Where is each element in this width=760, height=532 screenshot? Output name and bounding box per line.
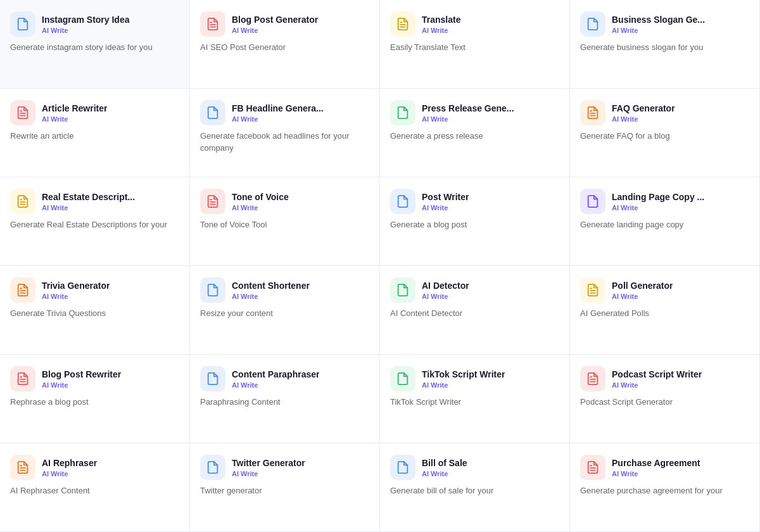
tool-icon — [200, 366, 225, 391]
tool-icon — [390, 277, 415, 303]
card-badge: AI Write — [42, 115, 107, 123]
card-title: FAQ Generator — [612, 103, 675, 114]
tool-card[interactable]: TikTok Script Writer AI Write TikTok Scr… — [380, 355, 570, 443]
card-header: Trivia Generator AI Write — [10, 277, 179, 303]
tool-card[interactable]: Trivia Generator AI Write Generate Trivi… — [0, 266, 190, 355]
tool-card[interactable]: FAQ Generator AI Write Generate FAQ for … — [570, 89, 760, 177]
card-badge: AI Write — [612, 27, 705, 34]
card-header: FAQ Generator AI Write — [580, 100, 749, 125]
tool-icon — [580, 100, 605, 125]
card-title: Bill of Sale — [422, 457, 467, 469]
card-badge: AI Write — [612, 204, 704, 212]
tool-card[interactable]: AI Detector AI Write AI Content Detector — [380, 266, 570, 355]
card-title: Article Rewriter — [42, 103, 107, 114]
tool-card[interactable]: Blog Post Generator AI Write AI SEO Post… — [190, 0, 380, 89]
card-title: Tone of Voice — [232, 191, 289, 203]
card-meta: Tone of Voice AI Write — [232, 191, 289, 212]
tool-card[interactable]: Landing Page Copy ... AI Write Generate … — [570, 177, 760, 266]
card-meta: Translate AI Write — [422, 14, 460, 34]
card-badge: AI Write — [42, 381, 121, 389]
card-badge: AI Write — [42, 293, 110, 300]
card-title: AI Rephraser — [42, 457, 97, 469]
card-badge: AI Write — [612, 470, 700, 478]
card-desc: Paraphrasing Content — [200, 396, 369, 408]
tool-card[interactable]: Post Writer AI Write Generate a blog pos… — [380, 177, 570, 266]
tool-icon — [10, 277, 35, 303]
card-desc: AI Generated Polls — [580, 308, 749, 320]
tool-card[interactable]: Twitter Generator AI Write Twitter gener… — [190, 443, 380, 532]
card-desc: Generate facebook ad headlines for your … — [200, 130, 369, 155]
card-title: Translate — [422, 14, 460, 25]
card-meta: TikTok Script Writer AI Write — [422, 369, 505, 389]
card-title: TikTok Script Writer — [422, 369, 505, 380]
card-badge: AI Write — [232, 115, 324, 123]
tool-card[interactable]: Bill of Sale AI Write Generate bill of s… — [380, 443, 570, 532]
tool-card[interactable]: Instagram Story Idea AI Write Generate i… — [0, 0, 190, 89]
card-meta: AI Rephraser AI Write — [42, 457, 97, 478]
tool-icon — [390, 100, 415, 125]
card-meta: Blog Post Rewriter AI Write — [42, 369, 121, 389]
card-badge: AI Write — [42, 470, 97, 478]
card-header: AI Rephraser AI Write — [10, 455, 179, 480]
tool-card[interactable]: Real Estate Descript... AI Write Generat… — [0, 177, 190, 266]
card-desc: Resize your content — [200, 308, 369, 320]
card-badge: AI Write — [612, 115, 675, 123]
tool-card[interactable]: Article Rewriter AI Write Rewrite an art… — [0, 89, 190, 177]
card-badge: AI Write — [422, 204, 469, 212]
card-meta: Real Estate Descript... AI Write — [42, 191, 135, 212]
card-title: AI Detector — [422, 280, 469, 291]
card-title: Twitter Generator — [232, 457, 305, 469]
tool-card[interactable]: Poll Generator AI Write AI Generated Pol… — [570, 266, 760, 355]
card-meta: Trivia Generator AI Write — [42, 280, 110, 300]
card-header: TikTok Script Writer AI Write — [390, 366, 559, 391]
card-meta: FAQ Generator AI Write — [612, 103, 675, 123]
card-badge: AI Write — [422, 470, 467, 478]
card-header: Blog Post Generator AI Write — [200, 11, 369, 37]
card-desc: Tone of Voice Tool — [200, 219, 369, 231]
card-meta: Purchase Agreement AI Write — [612, 457, 700, 478]
tool-card[interactable]: Podcast Script Writer AI Write Podcast S… — [570, 355, 760, 443]
card-desc: AI SEO Post Generator — [200, 42, 369, 54]
card-meta: AI Detector AI Write — [422, 280, 469, 300]
tool-card[interactable]: Content Shortener AI Write Resize your c… — [190, 266, 380, 355]
card-title: Business Slogan Ge... — [612, 14, 705, 25]
card-header: Twitter Generator AI Write — [200, 455, 369, 480]
card-desc: Generate a press release — [390, 130, 559, 142]
tool-card[interactable]: Purchase Agreement AI Write Generate pur… — [570, 443, 760, 532]
card-badge: AI Write — [42, 204, 135, 212]
card-header: Landing Page Copy ... AI Write — [580, 189, 749, 214]
card-desc: Easily Translate Text — [390, 42, 559, 54]
card-title: Content Paraphraser — [232, 369, 319, 380]
tool-icon — [10, 100, 35, 125]
card-title: Post Writer — [422, 191, 469, 203]
card-header: Translate AI Write — [390, 11, 559, 37]
card-header: Bill of Sale AI Write — [390, 455, 559, 480]
card-title: Podcast Script Writer — [612, 369, 702, 380]
tool-card[interactable]: Tone of Voice AI Write Tone of Voice Too… — [190, 177, 380, 266]
tool-card[interactable]: Press Release Gene... AI Write Generate … — [380, 89, 570, 177]
card-desc: TikTok Script Writer — [390, 396, 559, 408]
card-badge: AI Write — [232, 381, 319, 389]
card-meta: Business Slogan Ge... AI Write — [612, 14, 705, 34]
card-meta: Blog Post Generator AI Write — [232, 14, 318, 34]
tool-icon — [390, 11, 415, 37]
card-badge: AI Write — [422, 27, 460, 34]
tool-card[interactable]: Translate AI Write Easily Translate Text — [380, 0, 570, 89]
card-badge: AI Write — [232, 27, 318, 34]
card-desc: Generate purchase agreement for your — [580, 485, 749, 497]
card-desc: Twitter generator — [200, 485, 369, 497]
tool-card[interactable]: FB Headline Genera... AI Write Generate … — [190, 89, 380, 177]
card-header: Content Paraphraser AI Write — [200, 366, 369, 391]
card-badge: AI Write — [232, 204, 289, 212]
tool-icon — [200, 455, 225, 480]
card-header: Purchase Agreement AI Write — [580, 455, 749, 480]
card-desc: Generate bill of sale for your — [390, 485, 559, 497]
tool-card[interactable]: AI Rephraser AI Write AI Rephraser Conte… — [0, 443, 190, 532]
tool-grid: Instagram Story Idea AI Write Generate i… — [0, 0, 760, 532]
tool-icon — [200, 11, 225, 37]
card-meta: Podcast Script Writer AI Write — [612, 369, 702, 389]
tool-card[interactable]: Content Paraphraser AI Write Paraphrasin… — [190, 355, 380, 443]
tool-card[interactable]: Business Slogan Ge... AI Write Generate … — [570, 0, 760, 89]
tool-card[interactable]: Blog Post Rewriter AI Write Rephrase a b… — [0, 355, 190, 443]
card-header: Instagram Story Idea AI Write — [10, 11, 179, 37]
